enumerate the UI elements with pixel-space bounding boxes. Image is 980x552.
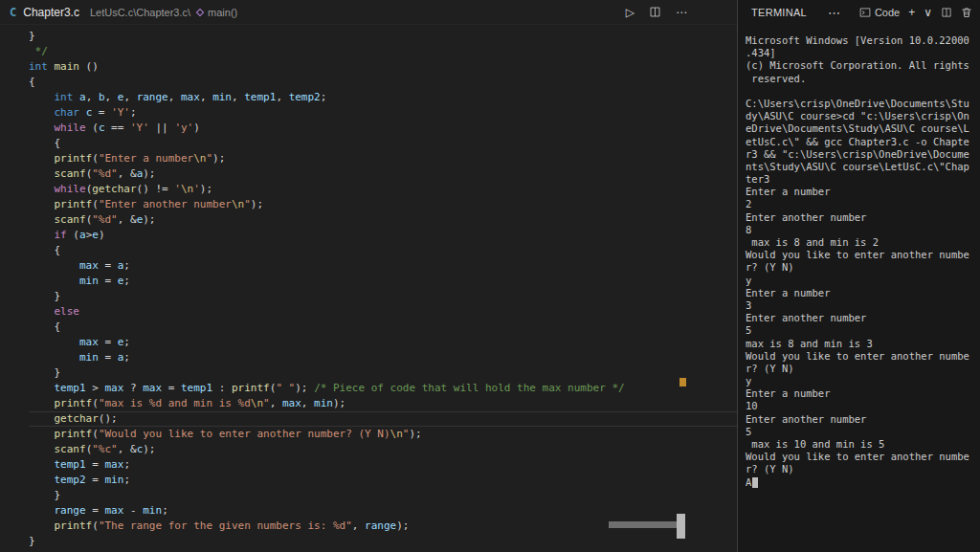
terminal-line: 3	[746, 299, 976, 312]
panel-more-button[interactable]: ⋯	[828, 6, 840, 20]
terminal-line: eDrive\Documents\Study\ASU\C course\L	[746, 122, 976, 135]
code-line[interactable]: temp2 = min;	[29, 473, 737, 488]
code-line[interactable]: else	[29, 304, 737, 320]
breadcrumb-symbol[interactable]: main()	[197, 7, 237, 18]
code-line[interactable]: max = e;	[29, 335, 737, 350]
code-line[interactable]: {	[29, 136, 737, 151]
split-editor-icon	[649, 6, 661, 18]
terminal-line: r? (Y N)	[746, 463, 976, 475]
terminal-line: dy\ASU\C course>cd "c:\Users\crisp\On	[746, 110, 976, 122]
terminal-line: max is 8 and min is 2	[746, 236, 976, 249]
code-line[interactable]: int main ()	[29, 59, 737, 75]
split-terminal-button[interactable]	[941, 7, 952, 18]
kill-terminal-button[interactable]	[961, 7, 972, 18]
terminal-shell-label: Code	[875, 7, 900, 18]
code-line[interactable]: min = a;	[29, 350, 737, 365]
editor-tab-bar: C Chapter3.c LetUsC.c\Chapter3.c\ main()…	[0, 0, 737, 25]
terminal-line: 8	[746, 224, 976, 236]
code-line[interactable]: scanf("%c", &c);	[29, 442, 737, 457]
breadcrumb-symbol-label: main()	[208, 7, 237, 18]
code-line[interactable]: }	[29, 365, 737, 381]
terminal-line: Enter another number	[746, 211, 976, 224]
new-terminal-button[interactable]: +	[908, 7, 915, 18]
terminal-line: max is 10 and min is 5	[746, 438, 976, 451]
code-line[interactable]: temp1 = max;	[29, 457, 737, 473]
overview-ruler-marker	[679, 378, 686, 386]
editor-group: C Chapter3.c LetUsC.c\Chapter3.c\ main()…	[0, 0, 737, 552]
code-line[interactable]: temp1 > max ? max = temp1 : printf(" ");…	[29, 381, 737, 396]
terminal-line: Microsoft Windows [Version 10.0.22000	[746, 34, 976, 47]
code-line[interactable]: {	[29, 320, 737, 335]
more-actions-button[interactable]: ⋯	[676, 7, 687, 18]
code-line[interactable]: char c = 'Y';	[29, 105, 737, 121]
code-line[interactable]: }	[29, 29, 737, 44]
terminal-line: y	[746, 375, 976, 387]
terminal-line: r? (Y N)	[746, 363, 976, 375]
code-line[interactable]: }	[29, 289, 737, 304]
code-line[interactable]: getchar();	[29, 411, 737, 427]
terminal-line: nts\Study\ASU\C course\LetUsC.c\"Chap	[746, 161, 976, 173]
terminal-line: (c) Microsoft Corporation. All rights	[746, 59, 976, 72]
code-line[interactable]: printf("max is %d and min is %d\n", max,…	[29, 396, 737, 411]
terminal-cursor	[752, 477, 758, 488]
terminal-line: ter3	[746, 173, 976, 186]
terminal-line: Enter a number	[746, 387, 976, 400]
code-line[interactable]: {	[29, 243, 737, 258]
terminal-line	[746, 85, 976, 98]
terminal-line: Enter a number	[746, 186, 976, 198]
terminal-header: TERMINAL ⋯ Code + ∨	[738, 0, 980, 25]
editor-actions: ▷ ⋯	[626, 6, 737, 18]
terminal-line: Enter another number	[746, 413, 976, 426]
code-line[interactable]: */	[29, 44, 737, 59]
terminal-line: etUsC.c\" && gcc Chapter3.c -o Chapte	[746, 136, 976, 148]
code-line[interactable]: printf("Enter another number\n");	[29, 197, 737, 212]
terminal-dropdown-button[interactable]: ∨	[924, 7, 932, 18]
terminal-shell-icon	[859, 7, 871, 18]
code-line[interactable]: int a, b, e, range, max, min, temp1, tem…	[29, 90, 737, 105]
vertical-scrollbar[interactable]	[677, 514, 685, 539]
code-editor[interactable]: } */int main (){ int a, b, e, range, max…	[0, 25, 737, 552]
breadcrumb[interactable]: LetUsC.c\Chapter3.c\	[90, 7, 190, 18]
terminal-line: r? (Y N)	[746, 261, 976, 274]
terminal-line: C:\Users\crisp\OneDrive\Documents\Stu	[746, 98, 976, 110]
terminal-line: .434]	[746, 47, 976, 59]
terminal-shell-item[interactable]: Code	[859, 7, 900, 18]
terminal-line: reserved.	[746, 73, 976, 85]
code-line[interactable]: }	[29, 488, 737, 503]
terminal-tab[interactable]: TERMINAL	[751, 7, 807, 18]
terminal-line: 5	[746, 426, 976, 438]
terminal-actions: Code + ∨	[859, 7, 972, 18]
terminal-line: r3 && "c:\Users\crisp\OneDrive\Docume	[746, 148, 976, 161]
run-code-button[interactable]: ▷	[626, 7, 635, 18]
code-line[interactable]: printf("Enter a number\n");	[29, 151, 737, 166]
terminal-line: Would you like to enter another numbe	[746, 249, 976, 261]
c-file-icon: C	[10, 6, 16, 19]
terminal-output[interactable]: Microsoft Windows [Version 10.0.22000.43…	[738, 25, 980, 552]
code-line[interactable]: scanf("%d", &e);	[29, 212, 737, 228]
split-editor-button[interactable]	[649, 6, 661, 18]
code-line[interactable]: max = a;	[29, 258, 737, 274]
code-line[interactable]: range = max - min;	[29, 503, 737, 519]
tab-chapter3[interactable]: Chapter3.c	[23, 6, 79, 19]
terminal-line: Would you like to enter another numbe	[746, 350, 976, 363]
terminal-line: 2	[746, 198, 976, 210]
trash-icon	[961, 7, 972, 18]
terminal-line: 10	[746, 400, 976, 412]
terminal-panel: TERMINAL ⋯ Code + ∨ Microsoft Win	[737, 0, 980, 552]
horizontal-scrollbar[interactable]	[609, 521, 682, 528]
code-line[interactable]: printf("Would you like to enter another …	[29, 427, 737, 442]
code-line[interactable]: scanf("%d", &a);	[29, 166, 737, 182]
terminal-line: y	[746, 275, 976, 287]
code-line[interactable]: if (a>e)	[29, 228, 737, 243]
code-line[interactable]: {	[29, 75, 737, 90]
split-terminal-icon	[941, 7, 952, 18]
method-icon	[196, 8, 204, 15]
code-line[interactable]: }	[29, 534, 737, 549]
terminal-line: 5	[746, 324, 976, 337]
terminal-line: Would you like to enter another numbe	[746, 451, 976, 463]
code-line[interactable]: while (c == 'Y' || 'y')	[29, 121, 737, 136]
terminal-line: A	[746, 476, 976, 489]
terminal-line: Enter another number	[746, 312, 976, 324]
code-line[interactable]: while(getchar() != '\n');	[29, 182, 737, 197]
code-line[interactable]: min = e;	[29, 274, 737, 289]
